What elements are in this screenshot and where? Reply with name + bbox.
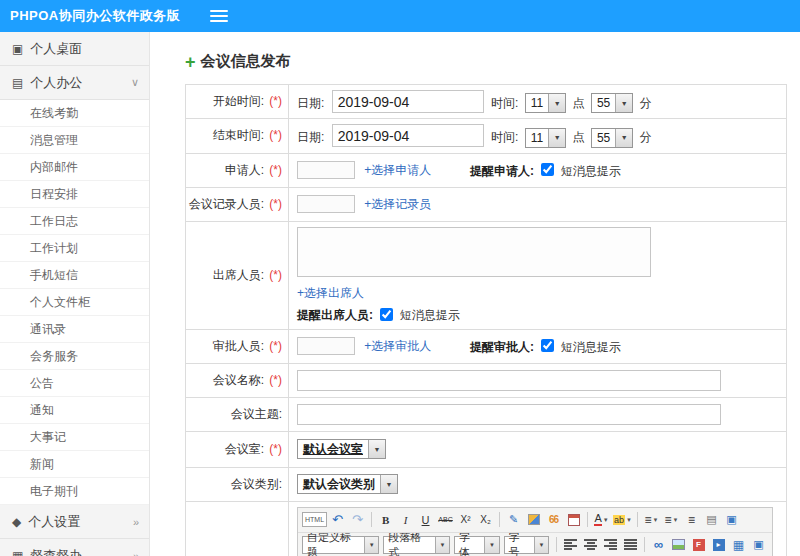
sidebar-item-work-plan[interactable]: 工作计划 (0, 235, 149, 262)
sidebar-item-events[interactable]: 大事记 (0, 424, 149, 451)
superscript-button[interactable]: X² (456, 510, 475, 529)
paragraph-format-select[interactable]: 段落格式 ▼ (383, 536, 450, 554)
font-size-select[interactable]: 字号 ▼ (504, 536, 549, 554)
applicant-input[interactable] (297, 161, 355, 179)
underline-button[interactable]: U (416, 510, 435, 529)
ordered-list-icon: ≡ (645, 513, 652, 527)
editor-label-cell (186, 501, 289, 556)
meeting-room-select[interactable]: 默认会议室 ▼ (297, 439, 386, 459)
sidebar-item-mail[interactable]: 内部邮件 (0, 154, 149, 181)
unordered-list-button[interactable]: ≡ ▼ (662, 510, 681, 529)
redo-button[interactable]: ↷ (348, 510, 367, 529)
bold-button[interactable]: B (376, 510, 395, 529)
supervise-icon: ▦ (12, 549, 23, 556)
strikethrough-button[interactable]: ABC (436, 510, 455, 529)
form-row-meeting-topic: 会议主题: (186, 397, 787, 431)
form-row-meeting-name: 会议名称: (*) (186, 363, 787, 397)
insert-link-button[interactable]: ∞ (649, 535, 668, 554)
align-right-button[interactable] (601, 535, 620, 554)
format-pen-button[interactable]: ✎ (504, 510, 523, 529)
sidebar-item-contacts[interactable]: 通讯录 (0, 316, 149, 343)
insert-media-button[interactable]: ▸ (709, 535, 728, 554)
sidebar-item-desktop[interactable]: ▣ 个人桌面 (0, 32, 149, 66)
calendar-plugin-button[interactable] (564, 510, 583, 529)
meeting-name-input[interactable] (297, 370, 721, 391)
form-row-editor: HTML ↶ ↷ B I U ABC X² X₂ ✎ 66 (186, 501, 787, 556)
required-mark: (*) (269, 373, 282, 387)
form-row-recorder: 会议记录人员: (*) +选择记录员 (186, 187, 787, 221)
end-minute-select[interactable]: 55 ▼ (591, 128, 633, 148)
font-color-button[interactable]: A ▼ (592, 510, 611, 529)
attendees-sms-checkbox[interactable] (380, 308, 393, 321)
dropdown-arrow-icon: ▼ (548, 129, 565, 147)
choose-approver-link[interactable]: +选择审批人 (364, 339, 431, 353)
italic-button[interactable]: I (396, 510, 415, 529)
sidebar-item-schedule[interactable]: 日程安排 (0, 181, 149, 208)
start-minute-select[interactable]: 55 ▼ (591, 93, 633, 113)
end-date-input[interactable] (332, 124, 484, 147)
dropdown-arrow-icon: ▼ (548, 94, 565, 112)
blockquote-button[interactable]: 66 (544, 510, 563, 529)
sidebar-item-settings[interactable]: ◆ 个人设置 » (0, 505, 149, 539)
page-title: + 会议信息发布 (185, 52, 800, 71)
choose-recorder-link[interactable]: +选择记录员 (364, 197, 431, 211)
hamburger-menu-icon[interactable] (210, 10, 228, 22)
approver-input[interactable] (297, 337, 355, 355)
font-size-value: 字号 (505, 537, 534, 553)
align-justify-button[interactable] (621, 535, 640, 554)
form-row-meeting-room: 会议室: (*) 默认会议室 ▼ (186, 431, 787, 467)
insert-image-button[interactable] (669, 535, 688, 554)
undo-button[interactable]: ↶ (328, 510, 347, 529)
sidebar-item-supervise[interactable]: ▦ 督查督办 » (0, 539, 149, 556)
start-hour-select[interactable]: 11 ▼ (525, 93, 566, 113)
sidebar-item-news[interactable]: 新闻 (0, 451, 149, 478)
attendees-textarea[interactable] (297, 227, 651, 277)
approver-sms-checkbox[interactable] (541, 339, 554, 352)
sidebar-item-work-log[interactable]: 工作日志 (0, 208, 149, 235)
sidebar-item-file-cabinet[interactable]: 个人文件柜 (0, 289, 149, 316)
end-hour-select[interactable]: 11 ▼ (525, 128, 566, 148)
required-mark: (*) (269, 163, 282, 177)
editor-toolbar-2: 自定义标题 ▼ 段落格式 ▼ 字体 ▼ 字号 ▼ (298, 533, 772, 556)
page-break-button[interactable]: ▤ (702, 510, 721, 529)
subscript-button[interactable]: X₂ (476, 510, 495, 529)
applicant-sms-checkbox[interactable] (541, 163, 554, 176)
insert-flash-button[interactable]: F (689, 535, 708, 554)
main-content: + 会议信息发布 开始时间: (*) 日期: 时间: 11 ▼ 点 55 ▼ (151, 32, 800, 556)
code-view-button[interactable]: ▣ (749, 535, 768, 554)
meeting-category-select[interactable]: 默认会议类别 ▼ (297, 474, 398, 494)
custom-title-select[interactable]: 自定义标题 ▼ (302, 536, 379, 554)
form-row-applicant: 申请人: (*) +选择申请人 提醒申请人: 短消息提示 (186, 153, 787, 187)
required-mark: (*) (269, 339, 282, 353)
toolbar-separator (371, 512, 372, 527)
choose-applicant-link[interactable]: +选择申请人 (364, 163, 431, 177)
align-left-button[interactable] (561, 535, 580, 554)
insert-table-button[interactable]: ▦ (729, 535, 748, 554)
date-label: 日期: (297, 130, 324, 144)
meeting-topic-input[interactable] (297, 404, 721, 425)
sidebar-item-e-journal[interactable]: 电子期刊 (0, 478, 149, 505)
sidebar-item-office[interactable]: ▤ 个人办公 ∨ (0, 66, 149, 100)
align-center-icon (584, 539, 597, 550)
toolbar-separator (587, 512, 588, 527)
sidebar-item-messages[interactable]: 消息管理 (0, 127, 149, 154)
ordered-list-button[interactable]: ≡ ▼ (642, 510, 661, 529)
html-source-button[interactable]: HTML (302, 512, 327, 527)
sidebar-item-attendance[interactable]: 在线考勤 (0, 100, 149, 127)
sidebar-item-notice[interactable]: 通知 (0, 397, 149, 424)
align-center-button[interactable] (581, 535, 600, 554)
start-date-input[interactable] (332, 90, 484, 113)
sidebar-item-sms[interactable]: 手机短信 (0, 262, 149, 289)
recorder-input[interactable] (297, 195, 355, 213)
remind-approver-label: 提醒审批人: (470, 339, 534, 353)
font-family-select[interactable]: 字体 ▼ (454, 536, 499, 554)
dropdown-arrow-icon: ▼ (484, 537, 498, 553)
paint-format-button[interactable] (524, 510, 543, 529)
indent-button[interactable]: ≡ (682, 510, 701, 529)
desktop-icon: ▣ (12, 42, 23, 56)
highlight-color-button[interactable]: ab ▼ (612, 510, 633, 529)
fullscreen-button[interactable]: ▣ (722, 510, 741, 529)
sidebar-item-announcement[interactable]: 公告 (0, 370, 149, 397)
sidebar-item-meeting-service[interactable]: 会务服务 (0, 343, 149, 370)
choose-attendees-link[interactable]: +选择出席人 (297, 286, 364, 300)
